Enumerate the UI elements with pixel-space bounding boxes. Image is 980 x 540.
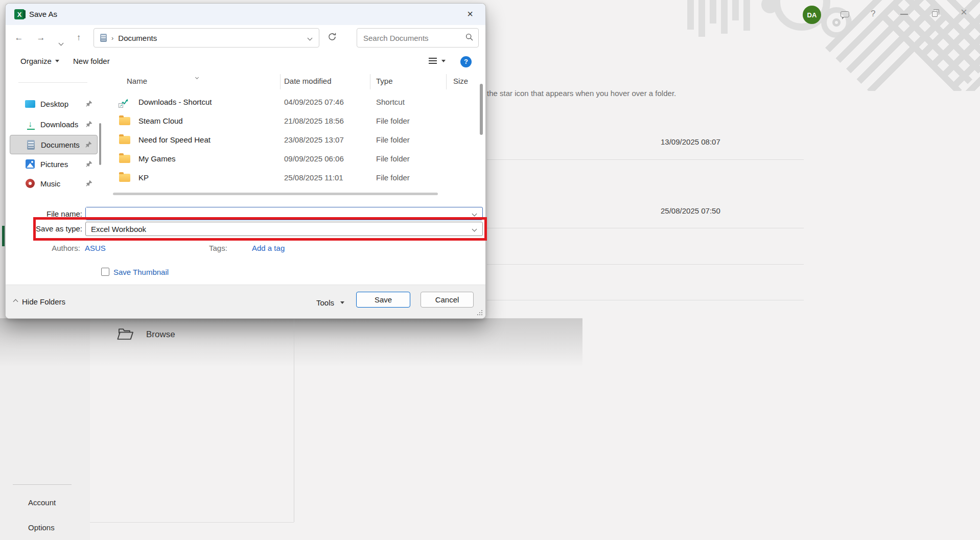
file-date: 23/08/2025 13:07 (284, 135, 344, 144)
recent-row-divider (487, 264, 804, 265)
sidebar-item-documents[interactable]: Documents (10, 135, 98, 154)
vertical-scrollbar[interactable] (480, 84, 483, 135)
file-type: File folder (376, 173, 410, 182)
shortcut-chart-icon: ↗ (119, 97, 129, 107)
file-type: Shortcut (376, 98, 405, 106)
organize-button[interactable]: Organize (20, 57, 59, 65)
folder-icon (119, 173, 130, 183)
backstage-nav-options[interactable]: Options (28, 523, 55, 532)
pin-icon (86, 160, 92, 169)
add-a-tag-link[interactable]: Add a tag (252, 244, 285, 252)
help-icon[interactable]: ? (871, 9, 875, 19)
browse-button[interactable]: Browse (116, 327, 175, 342)
column-header-type[interactable]: Type (376, 77, 393, 85)
backstage-nav-account[interactable]: Account (28, 498, 56, 507)
file-row[interactable]: Steam Cloud 21/08/2025 18:56 File folder (110, 111, 478, 130)
art-ring (832, 18, 841, 27)
column-header-date-modified[interactable]: Date modified (284, 77, 332, 85)
search-box[interactable] (357, 28, 479, 48)
file-date: 09/09/2025 06:06 (284, 154, 344, 163)
forward-button[interactable]: → (33, 30, 49, 45)
refresh-icon[interactable] (328, 32, 340, 44)
up-button[interactable]: ↑ (71, 30, 86, 45)
column-separator[interactable] (370, 74, 370, 89)
file-row[interactable]: KP 25/08/2025 11:01 File folder (110, 168, 478, 187)
authors-label: Authors: (36, 244, 80, 252)
art-bar (687, 0, 694, 30)
sidebar-item-pictures[interactable]: Pictures (10, 154, 98, 174)
save-thumbnail-label[interactable]: Save Thumbnail (113, 268, 169, 276)
back-button[interactable]: ← (11, 30, 27, 45)
file-name-input[interactable] (86, 207, 473, 220)
horizontal-scrollbar[interactable] (113, 193, 438, 195)
sidebar-item-downloads[interactable]: ↓ Downloads (10, 114, 98, 134)
file-date: 04/09/2025 07:46 (284, 98, 344, 106)
tools-button[interactable]: Tools (316, 298, 344, 307)
sidebar-item-label: Desktop (40, 100, 86, 108)
hide-folders-button[interactable]: Hide Folders (14, 297, 65, 306)
file-name: KP (138, 173, 149, 182)
feedback-icon[interactable] (841, 11, 849, 17)
minimize-icon[interactable] (900, 14, 908, 15)
chevron-down-icon[interactable] (472, 226, 477, 231)
column-header-size[interactable]: Size (453, 77, 468, 85)
organize-label: Organize (20, 57, 52, 65)
screen: Account Options DA ? × the star icon tha… (0, 0, 980, 540)
file-date: 21/08/2025 18:56 (284, 116, 344, 125)
recent-file-date: 25/08/2025 07:50 (661, 206, 720, 215)
folder-icon (119, 154, 130, 164)
save-button[interactable]: Save (356, 292, 410, 308)
music-icon (25, 178, 35, 189)
dialog-close-icon[interactable]: × (461, 4, 479, 25)
search-input[interactable] (363, 34, 465, 42)
caret-down-icon (441, 60, 446, 62)
resize-grip[interactable] (477, 310, 482, 315)
new-folder-button[interactable]: New folder (73, 57, 110, 65)
restore-icon[interactable] (932, 11, 938, 17)
pin-icon (86, 179, 92, 188)
save-thumbnail-checkbox[interactable] (101, 268, 109, 276)
close-window-icon[interactable]: × (961, 7, 967, 18)
search-icon[interactable] (465, 33, 473, 42)
recent-row-divider (487, 159, 804, 160)
chevron-up-icon (13, 299, 18, 304)
hide-folders-label: Hide Folders (22, 297, 65, 306)
file-name-combobox[interactable] (85, 207, 483, 220)
browse-label: Browse (146, 330, 175, 340)
backstage-panel-divider (90, 522, 294, 523)
save-as-dialog: X Save As × ← → ↑ › Documents (5, 3, 486, 319)
authors-value[interactable]: ASUS (85, 244, 106, 252)
file-row[interactable]: My Games 09/09/2025 06:06 File folder (110, 149, 478, 168)
file-name-label: File name: (6, 209, 82, 218)
chevron-down-icon[interactable] (472, 211, 477, 216)
save-as-type-dropdown[interactable]: Excel Workbook (85, 222, 483, 236)
change-view-button[interactable] (429, 58, 446, 64)
cancel-button[interactable]: Cancel (421, 292, 474, 308)
address-bar[interactable]: › Documents (94, 28, 319, 48)
folder-icon (119, 116, 130, 126)
recent-locations-chevron-icon[interactable] (53, 30, 68, 45)
pin-icon (86, 120, 92, 129)
sidebar-item-music[interactable]: Music (10, 174, 98, 193)
breadcrumb-location[interactable]: Documents (118, 34, 304, 42)
file-row[interactable]: Need for Speed Heat 23/08/2025 13:07 Fil… (110, 130, 478, 149)
dialog-titlebar[interactable]: X Save As × (6, 4, 485, 25)
sidebar-item-desktop[interactable]: Desktop (10, 94, 98, 113)
help-button[interactable]: ? (460, 56, 472, 67)
account-avatar[interactable]: DA (803, 6, 821, 24)
save-as-type-value: Excel Workbook (86, 225, 473, 233)
column-separator[interactable] (446, 74, 447, 89)
sidebar-scrollbar[interactable] (99, 123, 101, 165)
file-name: Downloads - Shortcut (138, 98, 212, 106)
documents-icon (100, 34, 107, 42)
pin-icon (86, 100, 92, 108)
art-bar (721, 0, 728, 34)
column-header-name[interactable]: Name (127, 77, 147, 85)
column-separator[interactable] (280, 74, 281, 89)
address-dropdown-icon[interactable] (308, 35, 313, 40)
backstage-column-divider (294, 318, 294, 522)
tags-label: Tags: (209, 244, 227, 252)
sidebar-item-label: Pictures (40, 160, 86, 169)
file-row[interactable]: ↗ Downloads - Shortcut 04/09/2025 07:46 … (110, 92, 478, 111)
recent-row-divider (487, 228, 804, 228)
